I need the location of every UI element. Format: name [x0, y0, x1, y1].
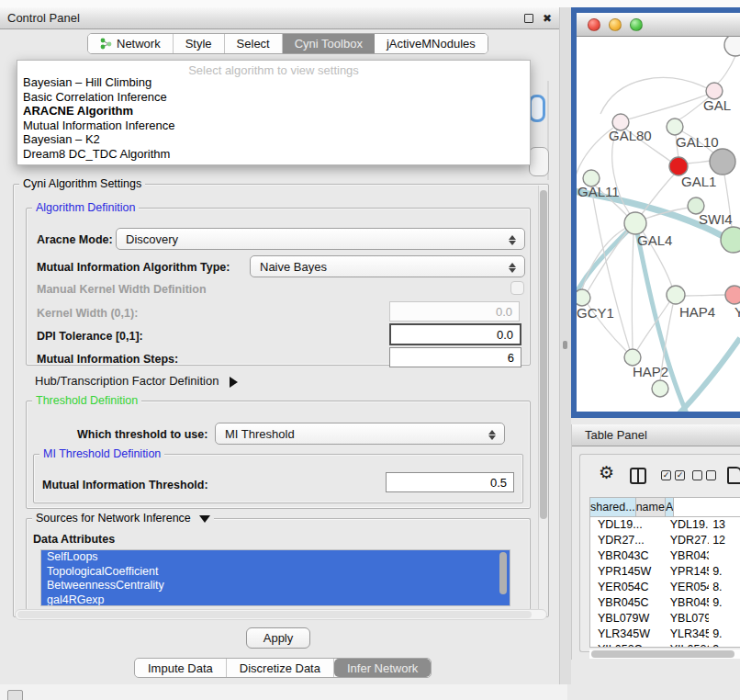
apply-button[interactable]: Apply [246, 627, 310, 649]
dropdown-item-list: Bayesian – Hill ClimbingBasic Correlatio… [17, 75, 530, 161]
dropdown-item[interactable]: Basic Correlation Inference [17, 90, 530, 105]
gear-icon[interactable]: ⚙ [599, 462, 614, 483]
close-icon[interactable]: ✖ [543, 13, 552, 24]
dpi-tolerance-input[interactable]: 0.0 [389, 323, 521, 345]
control-panel-titlebar: Control Panel ✖ [0, 7, 559, 29]
kernel-width-input[interactable]: 0.0 [389, 301, 520, 322]
table-row[interactable]: YLR345WYLR345W9. [590, 627, 740, 642]
which-threshold-combobox[interactable]: MI Threshold [215, 423, 505, 445]
dropdown-item[interactable]: ARACNE Algorithm [17, 104, 530, 119]
dropdown-item[interactable]: Mutual Information Inference [17, 119, 530, 133]
settings-scrollbar-thumb[interactable] [540, 190, 547, 519]
tab-jactivemnodules[interactable]: jActiveMNodules [375, 34, 488, 53]
sources-title: Sources for Network Inference [36, 512, 191, 525]
tab-network[interactable]: Network [88, 34, 174, 53]
split-columns-icon[interactable] [630, 468, 646, 484]
tab-cyni-toolbox[interactable]: Cyni Toolbox [283, 34, 375, 53]
control-panel-tabbar: Network Style Select Cyni Toolbox jActiv… [87, 33, 488, 54]
network-node[interactable] [724, 37, 740, 56]
table-row[interactable]: YBL079WYBL079W [590, 611, 740, 627]
table-hscrollbar-thumb[interactable] [591, 650, 734, 658]
settings-hscrollbar[interactable] [15, 609, 547, 620]
network-edge[interactable] [600, 78, 707, 114]
algorithm-definition-title: Algorithm Definition [32, 201, 139, 214]
tab-infer-network[interactable]: Infer Network [334, 659, 431, 677]
table-row[interactable]: YDR27...YDR27...12 [590, 533, 740, 548]
dropdown-item[interactable]: Bayesian – K2 [17, 132, 530, 147]
node-label: SWI4 [699, 211, 733, 227]
hub-tf-definition-toggle[interactable]: Hub/Transcription Factor Definition [35, 374, 238, 388]
table-row[interactable]: YBR043CYBR043C [590, 548, 740, 564]
network-edge[interactable] [591, 186, 630, 350]
node-label: GAL80 [609, 128, 652, 143]
network-node[interactable] [725, 286, 740, 304]
table-cell: 12 [709, 533, 740, 548]
float-window-icon[interactable] [524, 14, 533, 23]
table-row[interactable]: YBR045CYBR045C9. [590, 595, 740, 611]
aracne-mode-combobox[interactable]: Discovery [116, 228, 525, 250]
minimize-traffic-light-icon[interactable] [609, 18, 622, 31]
table-hscrollbar[interactable] [589, 649, 740, 659]
network-edge[interactable] [628, 95, 707, 119]
dropdown-item[interactable]: Bayesian – Hill Climbing [17, 75, 530, 90]
data-attributes-items: SelfLoopsTopologicalCoefficientBetweenne… [41, 550, 510, 606]
manual-kernel-checkbox[interactable] [510, 281, 524, 295]
network-node[interactable] [624, 212, 646, 234]
deselect-all-icon[interactable] [692, 470, 716, 480]
node-label: GAL1 [681, 174, 716, 189]
settings-hscrollbar-thumb[interactable] [17, 611, 532, 618]
tab-style[interactable]: Style [174, 34, 225, 53]
column-header-name[interactable]: name [636, 498, 666, 516]
node-label: HAP4 [679, 304, 715, 320]
table-cell: YPR145W [590, 564, 663, 580]
dropdown-item[interactable]: Dream8 DC_TDC Algorithm [17, 147, 530, 162]
network-edge[interactable] [632, 234, 633, 349]
data-attributes-list[interactable]: SelfLoopsTopologicalCoefficientBetweenne… [40, 549, 510, 606]
zoom-traffic-light-icon[interactable] [630, 18, 643, 31]
tab-discretize-data[interactable]: Discretize Data [227, 659, 334, 677]
mi-type-label: Mutual Information Algorithm Type: [37, 261, 230, 274]
tab-select[interactable]: Select [225, 34, 283, 53]
mi-algorithm-type-combobox[interactable]: Naive Bayes [250, 255, 525, 277]
table-row[interactable]: YER054CYER054C8. [590, 580, 740, 595]
sources-title-wrap[interactable]: Sources for Network Inference [32, 512, 214, 525]
network-edge[interactable] [685, 295, 725, 296]
network-node[interactable] [710, 149, 735, 175]
table-row[interactable]: YPR145WYPR145W9. [590, 564, 740, 580]
list-item[interactable]: gal4RGexp [41, 593, 510, 607]
unchecked-box-icon [692, 470, 702, 480]
list-item[interactable]: BetweennessCentrality [41, 579, 510, 593]
network-edge[interactable] [716, 56, 735, 85]
column-header-partial[interactable]: A [666, 498, 674, 516]
network-node[interactable] [667, 119, 683, 135]
mi-steps-input[interactable]: 6 [389, 347, 521, 367]
close-traffic-light-icon[interactable] [588, 18, 600, 31]
list-item[interactable]: SelfLoops [41, 550, 510, 565]
list-item[interactable]: TopologicalCoefficient [41, 565, 510, 580]
network-node[interactable] [652, 380, 668, 397]
network-node[interactable] [721, 227, 740, 253]
unchecked-box-icon [706, 470, 716, 480]
network-canvas[interactable]: GALGAL80GAL10GAL1GAL11GAL4SWI4GCY1HAP4YH… [577, 37, 740, 412]
dpi-tolerance-value: 0.0 [497, 328, 513, 342]
table-cell: YBR043C [663, 548, 709, 564]
tab-impute-data[interactable]: Impute Data [135, 659, 227, 677]
node-table[interactable]: shared... name A YDL19...YDL19...13YDR27… [589, 497, 740, 648]
network-node[interactable] [669, 157, 688, 175]
network-node[interactable] [667, 286, 685, 304]
table-cell: YIL052C [590, 642, 663, 648]
cyni-settings-title: Cyni Algorithm Settings [19, 177, 145, 190]
network-edge[interactable] [687, 161, 711, 164]
new-table-icon[interactable] [727, 467, 740, 484]
table-row[interactable]: YIL052CYIL052C9 [590, 642, 740, 648]
network-edge-thick[interactable] [675, 338, 740, 412]
kernel-width-value: 0.0 [496, 305, 512, 319]
column-header-shared-name[interactable]: shared... [590, 498, 636, 516]
mi-threshold-input[interactable]: 0.5 [386, 472, 514, 492]
select-all-icon[interactable]: ✓ ✓ [661, 470, 685, 480]
table-row[interactable]: YDL19...YDL19...13 [590, 517, 740, 533]
list-scrollbar-thumb[interactable] [499, 552, 507, 594]
divider-grip-icon[interactable] [563, 341, 567, 349]
minimized-panel-icon[interactable] [7, 690, 23, 700]
network-node[interactable] [577, 289, 590, 306]
